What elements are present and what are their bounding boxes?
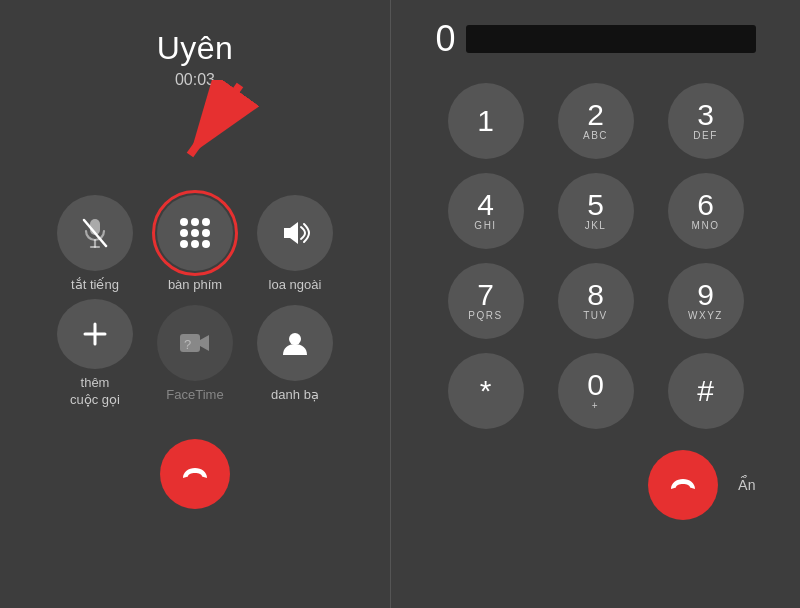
dialpad-display: 0 <box>416 18 776 60</box>
dial-sub: DEF <box>693 130 718 142</box>
dial-circle-*: * <box>448 353 524 429</box>
add-call-circle <box>57 299 133 369</box>
dial-circle-5: 5JKL <box>558 173 634 249</box>
dial-number: 7 <box>477 280 494 310</box>
dial-number: 9 <box>697 280 714 310</box>
mute-circle <box>57 195 133 271</box>
keypad-circle <box>157 195 233 271</box>
contacts-circle <box>257 305 333 381</box>
svg-marker-6 <box>284 222 298 244</box>
keypad-label: bàn phím <box>168 277 222 294</box>
dial-circle-4: 4GHI <box>448 173 524 249</box>
dial-key-1[interactable]: 1 <box>431 76 541 166</box>
dial-circle-8: 8TUV <box>558 263 634 339</box>
dial-number: 2 <box>587 100 604 130</box>
add-call-label: thêmcuộc gọi <box>70 375 120 409</box>
dial-sub: PQRS <box>468 310 502 322</box>
dial-key-*[interactable]: * <box>431 346 541 436</box>
dial-key-7[interactable]: 7PQRS <box>431 256 541 346</box>
arrow-annotation <box>150 80 270 170</box>
dial-key-8[interactable]: 8TUV <box>541 256 651 346</box>
dial-sub: WXYZ <box>688 310 723 322</box>
dial-key-3[interactable]: 3DEF <box>651 76 761 166</box>
dial-number: # <box>697 376 714 406</box>
speaker-circle <box>257 195 333 271</box>
add-call-button[interactable]: thêmcuộc gọi <box>50 299 140 409</box>
dial-sub: TUV <box>583 310 608 322</box>
dial-circle-3: 3DEF <box>668 83 744 159</box>
dial-number: 5 <box>587 190 604 220</box>
right-panel: 0 12ABC3DEF4GHI5JKL6MNO7PQRS8TUV9WXYZ*0+… <box>390 0 800 608</box>
contacts-button[interactable]: danh bạ <box>250 299 340 409</box>
dial-circle-#: # <box>668 353 744 429</box>
end-call-button[interactable] <box>160 439 230 509</box>
dial-sub: + <box>592 400 599 412</box>
facetime-circle: ? <box>157 305 233 381</box>
dial-sub: GHI <box>474 220 496 232</box>
facetime-button[interactable]: ? FaceTime <box>150 299 240 409</box>
dialpad-grid: 12ABC3DEF4GHI5JKL6MNO7PQRS8TUV9WXYZ*0+# <box>431 76 761 436</box>
dial-number: 1 <box>477 106 494 136</box>
svg-text:?: ? <box>184 337 191 352</box>
dial-key-#[interactable]: # <box>651 346 761 436</box>
call-buttons-grid: tắt tiếng bàn phím loa ngoài <box>50 189 340 409</box>
mute-button[interactable]: tắt tiếng <box>50 189 140 299</box>
dial-key-6[interactable]: 6MNO <box>651 166 761 256</box>
dial-circle-7: 7PQRS <box>448 263 524 339</box>
dial-sub: MNO <box>692 220 720 232</box>
svg-point-11 <box>289 333 301 345</box>
dial-circle-1: 1 <box>448 83 524 159</box>
dial-key-0[interactable]: 0+ <box>541 346 651 436</box>
dial-circle-9: 9WXYZ <box>668 263 744 339</box>
contacts-label: danh bạ <box>271 387 319 404</box>
dial-key-9[interactable]: 9WXYZ <box>651 256 761 346</box>
dial-circle-6: 6MNO <box>668 173 744 249</box>
facetime-label: FaceTime <box>166 387 223 404</box>
dial-key-2[interactable]: 2ABC <box>541 76 651 166</box>
dial-key-5[interactable]: 5JKL <box>541 166 651 256</box>
dial-display-number: 0 <box>436 18 456 60</box>
dial-number: 4 <box>477 190 494 220</box>
end-call-button-right[interactable] <box>648 450 718 520</box>
dial-sub: JKL <box>585 220 607 232</box>
left-panel: Uyên 00:03 <box>0 0 390 608</box>
keypad-button[interactable]: bàn phím <box>150 189 240 299</box>
svg-line-1 <box>190 85 240 155</box>
dial-number: 8 <box>587 280 604 310</box>
keypad-icon <box>180 218 210 248</box>
dial-number: 6 <box>697 190 714 220</box>
speaker-label: loa ngoài <box>269 277 322 294</box>
dial-number: 0 <box>587 370 604 400</box>
dial-number: 3 <box>697 100 714 130</box>
dial-circle-2: 2ABC <box>558 83 634 159</box>
speaker-button[interactable]: loa ngoài <box>250 189 340 299</box>
contact-name: Uyên <box>157 30 234 67</box>
dial-circle-0: 0+ <box>558 353 634 429</box>
hide-button[interactable]: Ẩn <box>738 477 756 493</box>
dial-key-4[interactable]: 4GHI <box>431 166 541 256</box>
dial-number: * <box>480 376 492 406</box>
dial-black-bar <box>466 25 756 53</box>
mute-label: tắt tiếng <box>71 277 119 294</box>
dial-sub: ABC <box>583 130 608 142</box>
